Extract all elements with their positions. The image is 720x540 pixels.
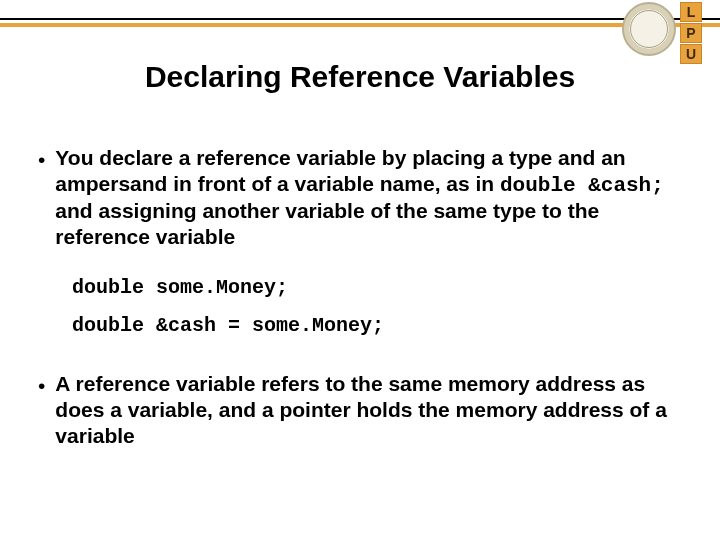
slide-content: • You declare a reference variable by pl… bbox=[38, 145, 672, 468]
lpu-letter-p: P bbox=[680, 23, 702, 43]
slide-title: Declaring Reference Variables bbox=[0, 60, 720, 94]
code-line: double some.Money; bbox=[72, 269, 672, 307]
header-divider-orange bbox=[0, 23, 720, 27]
logo-group: L P U bbox=[622, 2, 702, 64]
bullet-pre: A reference variable refers to the same … bbox=[55, 372, 667, 446]
bullet-item: • A reference variable refers to the sam… bbox=[38, 371, 672, 448]
header-divider-thin bbox=[0, 18, 720, 20]
code-line: double &cash = some.Money; bbox=[72, 307, 672, 345]
bullet-dot-icon: • bbox=[38, 371, 45, 448]
bullet-item: • You declare a reference variable by pl… bbox=[38, 145, 672, 249]
lpu-letter-l: L bbox=[680, 2, 702, 22]
bullet-text: You declare a reference variable by plac… bbox=[55, 145, 672, 249]
lpu-badge: L P U bbox=[680, 2, 702, 64]
bullet-inline-code: double &cash; bbox=[500, 174, 664, 197]
code-block: double some.Money; double &cash = some.M… bbox=[72, 269, 672, 345]
university-seal-icon bbox=[622, 2, 676, 56]
bullet-post: and assigning another variable of the sa… bbox=[55, 199, 599, 248]
bullet-text: A reference variable refers to the same … bbox=[55, 371, 672, 448]
bullet-dot-icon: • bbox=[38, 145, 45, 249]
